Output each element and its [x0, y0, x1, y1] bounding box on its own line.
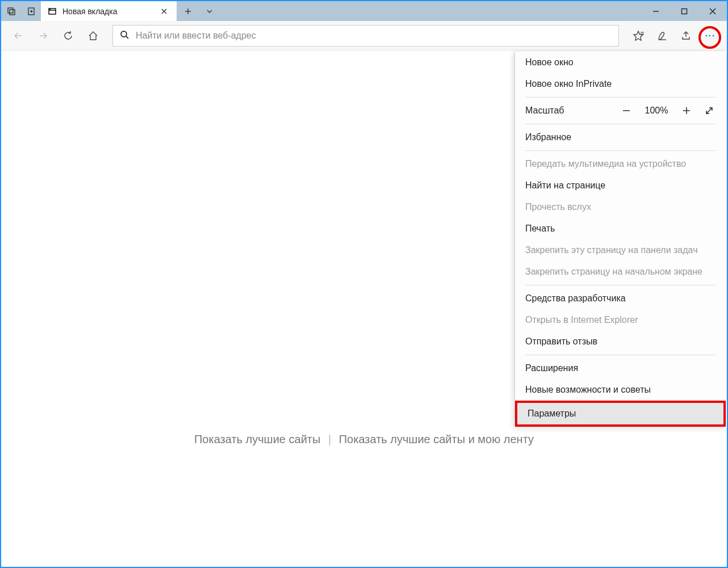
search-icon [120, 30, 129, 41]
menu-pin-start: Закрепить страницу на начальном экране [515, 261, 726, 283]
close-tab-button[interactable] [158, 8, 170, 15]
set-aside-button[interactable] [21, 1, 41, 21]
minimize-button[interactable] [642, 1, 670, 21]
svg-line-28 [706, 108, 712, 113]
menu-new-window[interactable]: Новое окно [515, 52, 726, 73]
menu-feedback[interactable]: Отправить отзыв [515, 331, 726, 352]
menu-divider [525, 285, 716, 285]
menu-divider [525, 97, 716, 98]
home-button[interactable] [82, 24, 104, 47]
favorites-button[interactable] [627, 24, 650, 47]
svg-point-23 [709, 35, 711, 36]
titlebar: Новая вкладка [1, 1, 727, 21]
close-window-button[interactable] [698, 1, 727, 21]
zoom-in-button[interactable] [680, 106, 693, 115]
svg-point-24 [713, 35, 714, 36]
show-top-sites-link[interactable]: Показать лучшие сайты [194, 433, 320, 445]
toolbar [1, 21, 727, 51]
menu-divider [525, 124, 716, 124]
maximize-button[interactable] [670, 1, 698, 21]
menu-pin-taskbar: Закрепить эту страницу на панели задач [515, 239, 726, 261]
svg-rect-1 [10, 10, 15, 15]
refresh-button[interactable] [57, 24, 80, 47]
zoom-value: 100% [643, 106, 670, 116]
svg-rect-11 [682, 9, 687, 14]
menu-zoom-row: Масштаб 100% [515, 100, 726, 121]
menu-print[interactable]: Печать [515, 218, 726, 239]
menu-divider [525, 150, 716, 151]
tab-dropdown-button[interactable] [199, 1, 220, 21]
zoom-label: Масштаб [525, 106, 564, 116]
menu-divider [525, 355, 716, 355]
address-input[interactable] [136, 31, 612, 41]
newtab-icon [48, 7, 57, 16]
menu-extensions[interactable]: Расширения [515, 357, 726, 379]
svg-point-5 [50, 9, 51, 10]
menu-cast: Передать мультимедиа на устройство [515, 153, 726, 175]
svg-line-17 [126, 36, 128, 39]
menu-find[interactable]: Найти на странице [515, 175, 726, 196]
svg-point-16 [121, 31, 127, 37]
menu-devtools[interactable]: Средства разработчика [515, 288, 726, 309]
menu-new-inprivate[interactable]: Новое окно InPrivate [515, 73, 726, 95]
separator: | [328, 433, 331, 445]
tab-title: Новая вкладка [62, 7, 153, 16]
fullscreen-button[interactable] [703, 106, 716, 115]
notes-button[interactable] [651, 24, 673, 47]
back-button[interactable] [7, 24, 30, 47]
menu-read-aloud: Прочесть вслух [515, 196, 726, 218]
more-button[interactable] [698, 24, 721, 47]
forward-button[interactable] [32, 24, 55, 47]
svg-rect-0 [8, 8, 13, 13]
share-button[interactable] [675, 24, 697, 47]
active-tab[interactable]: Новая вкладка [41, 1, 177, 21]
menu-whatsnew[interactable]: Новые возможности и советы [515, 379, 726, 401]
new-tab-button[interactable] [177, 1, 199, 21]
newtab-options: Показать лучшие сайты | Показать лучшие … [2, 433, 726, 446]
menu-favorites[interactable]: Избранное [515, 127, 726, 148]
menu-settings[interactable]: Параметры [515, 401, 726, 427]
tabs-aside-button[interactable] [1, 1, 21, 21]
zoom-out-button[interactable] [620, 106, 633, 115]
address-bar[interactable] [112, 25, 619, 47]
svg-point-22 [706, 35, 708, 36]
menu-open-ie: Открыть в Internet Explorer [515, 309, 726, 331]
settings-menu: Новое окно Новое окно InPrivate Масштаб … [514, 52, 726, 427]
show-top-sites-and-feed-link[interactable]: Показать лучшие сайты и мою ленту [339, 433, 534, 445]
